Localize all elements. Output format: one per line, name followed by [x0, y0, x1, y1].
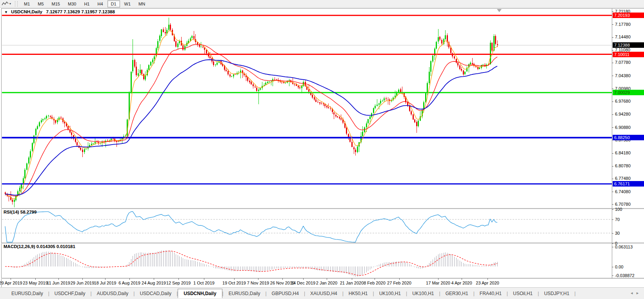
price-tick-mark [612, 192, 613, 192]
price-tick-label: 7.04380 [615, 73, 631, 78]
date-tick-mark [258, 278, 258, 280]
date-tick-mark [303, 278, 304, 280]
macd-tick-mark [612, 247, 613, 247]
chart-title: ▼ USDCNH,Daily 7.12677 7.13629 7.11957 7… [4, 9, 115, 14]
price-tick-label: 6.74080 [615, 189, 631, 194]
price-tick-label: 7.17780 [615, 22, 631, 27]
chart-shift-marker-icon[interactable] [497, 9, 502, 12]
date-tick-mark [327, 278, 327, 280]
price-tick-mark [612, 166, 613, 167]
price-tick-label: 6.77480 [615, 176, 631, 181]
date-tick-mark [58, 278, 59, 280]
price-tick-mark [612, 153, 613, 154]
rsi-tick-mark [612, 233, 613, 234]
ohlc-values: 7.12677 7.13629 7.11957 7.12388 [46, 9, 115, 14]
date-axis-label: 11 Jun 2019 [47, 281, 70, 285]
date-tick-mark [488, 278, 488, 280]
date-tick-mark [399, 278, 400, 280]
date-axis-label: 12 Sep 2019 [166, 281, 191, 285]
date-axis-label: 18 Jul 2019 [94, 281, 116, 285]
price-tick-label: 6.70780 [615, 202, 631, 207]
price-tick-mark [612, 76, 613, 76]
price-level-badge: 6.76171 [613, 181, 644, 187]
date-axis-label: 4 Apr 2020 [451, 281, 472, 285]
date-tick-mark [438, 278, 438, 280]
macd-tick-mark [612, 267, 613, 267]
date-axis-label: 7 Nov 2019 [247, 281, 269, 285]
date-axis-label: 29 Jun 2019 [71, 281, 95, 285]
price-tick-mark [612, 101, 613, 102]
date-axis-label: 29 Apr 2019 [0, 281, 22, 285]
price-tick-mark [612, 24, 613, 25]
price-tick-label: 6.84180 [615, 150, 631, 155]
price-tick-mark [612, 11, 613, 12]
date-tick-mark [352, 278, 352, 280]
rsi-axis-label: 30 [615, 231, 620, 236]
date-axis-label: 2 Jan 2020 [316, 281, 337, 285]
date-tick-mark [154, 278, 154, 280]
rsi-axis-label: 70 [615, 217, 620, 222]
symbol-dropdown-icon[interactable]: ▼ [4, 10, 8, 14]
date-tick-mark [282, 278, 283, 280]
price-level-badge: 6.88250 [613, 135, 644, 140]
date-tick-mark [178, 278, 179, 280]
date-axis-label: 21 Jan 2020 [340, 281, 364, 285]
date-tick-mark [11, 278, 11, 280]
price-tick-label: 6.80780 [615, 163, 631, 168]
macd-dates-splitter [1, 278, 644, 279]
price-tick-label: 6.90880 [615, 125, 631, 130]
date-tick-mark [129, 278, 130, 280]
date-tick-mark [105, 278, 106, 280]
price-tick-label: 7.07780 [615, 60, 631, 65]
date-tick-mark [35, 278, 36, 280]
main-rsi-splitter[interactable] [1, 208, 644, 209]
date-axis-label: 19 Oct 2019 [222, 281, 246, 285]
date-axis-label: 8 Feb 2020 [364, 281, 386, 285]
price-tick-mark [612, 179, 613, 179]
price-chart-canvas[interactable] [0, 0, 644, 299]
price-tick-mark [612, 89, 613, 89]
macd-axis-label: 0.00 [615, 265, 623, 269]
price-tick-label: 7.14480 [615, 34, 631, 39]
date-tick-mark [462, 278, 462, 280]
macd-label: MACD(12,26,9) 0.014305 0.010181 [4, 244, 75, 249]
date-tick-mark [82, 278, 83, 280]
price-tick-mark [612, 37, 613, 38]
macd-axis-label: 0.063113 [615, 245, 633, 249]
date-axis-label: 1 Oct 2019 [193, 281, 215, 285]
date-tick-mark [375, 278, 375, 280]
date-axis-label: 6 Aug 2019 [118, 281, 140, 285]
date-axis-label: 27 Feb 2020 [387, 281, 411, 285]
rsi-tick-mark [612, 219, 613, 220]
price-tick-label: 6.97680 [615, 99, 631, 103]
date-tick-mark [234, 278, 235, 280]
price-tick-label: 6.94280 [615, 112, 631, 116]
date-axis-label: 23 May 2019 [23, 281, 48, 285]
symbol-timeframe-label: USDCNH,Daily [11, 9, 42, 14]
rsi-tick-mark [612, 243, 613, 244]
price-tick-mark [612, 127, 613, 128]
price-tick-mark [612, 63, 613, 63]
price-axis-border [612, 9, 612, 279]
current-price-badge: 7.12388 [613, 42, 644, 48]
rsi-tick-mark [612, 209, 613, 210]
rsi-macd-splitter[interactable] [1, 243, 644, 244]
date-axis-label: 24 Aug 2019 [142, 281, 166, 285]
price-tick-mark [612, 114, 613, 115]
rsi-label: RSI(14) 58.2799 [4, 210, 36, 214]
price-tick-mark [612, 50, 613, 51]
price-tick-mark [612, 204, 613, 205]
date-axis-label: 23 Apr 2020 [476, 281, 499, 285]
date-axis-label: 14 Dec 2019 [291, 281, 315, 285]
rsi-axis-label: 100 [615, 207, 622, 212]
macd-axis-label: -0.038872 [615, 273, 635, 278]
price-level-badge: 7.00029 [613, 90, 644, 95]
macd-tick-mark [612, 275, 613, 276]
date-tick-mark [204, 278, 204, 280]
date-axis-label: 17 Mar 2020 [426, 281, 450, 285]
price-level-badge: 7.20193 [613, 13, 644, 18]
price-level-badge: 7.10011 [613, 52, 644, 57]
